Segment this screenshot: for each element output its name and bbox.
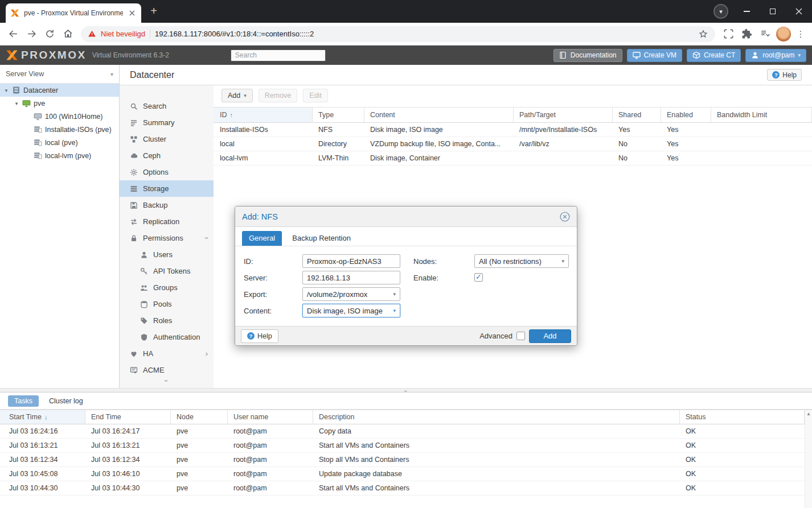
- export-value: /volume2/proxmox: [307, 290, 391, 299]
- sidebar-item-roles[interactable]: Roles: [120, 312, 214, 329]
- forward-icon[interactable]: [23, 26, 40, 43]
- cell-end-time: Jul 03 16:24:17: [85, 424, 171, 438]
- browser-menu-icon[interactable]: ⋮: [794, 29, 807, 39]
- help-button[interactable]: ? Help: [767, 69, 802, 81]
- export-select[interactable]: /volume2/proxmox ▾: [302, 287, 400, 301]
- tab-close-icon[interactable]: [128, 9, 137, 18]
- sidebar-item-ha[interactable]: HA›: [120, 345, 214, 362]
- sidebar-item-ceph[interactable]: Ceph: [120, 147, 214, 164]
- new-tab-button[interactable]: +: [148, 6, 159, 17]
- tasks-table: Start Time↓End TimeNodeUser nameDescript…: [0, 410, 812, 495]
- dialog-close-icon[interactable]: [560, 212, 570, 222]
- reading-list-icon[interactable]: [756, 26, 773, 43]
- tree-item-local-lvm-pve[interactable]: local-lvm (pve): [0, 149, 119, 162]
- global-search-input[interactable]: [231, 49, 326, 61]
- column-header-description[interactable]: Description: [313, 410, 680, 424]
- scroll-up-icon[interactable]: ▲: [805, 410, 812, 418]
- nodes-select[interactable]: All (No restrictions) ▾: [474, 254, 569, 268]
- cell-node: pve: [171, 439, 228, 452]
- table-row[interactable]: Installatie-ISOsNFSDisk image, ISO image…: [214, 123, 812, 137]
- minimize-button[interactable]: [733, 0, 760, 23]
- column-header-end-time[interactable]: End Time: [85, 410, 171, 424]
- user-menu-button[interactable]: root@pam ▾: [745, 49, 806, 62]
- tree-item-local-pve[interactable]: local (pve): [0, 136, 119, 149]
- nav-scroll-more-icon[interactable]: ›: [120, 375, 214, 386]
- not-secure-warning-icon[interactable]: [88, 30, 96, 38]
- sidebar-item-users[interactable]: Users: [120, 246, 214, 263]
- back-icon[interactable]: [5, 26, 22, 43]
- tab-cluster-log[interactable]: Cluster log: [49, 397, 83, 405]
- tree-item-installatie-isos-pve[interactable]: Installatie-ISOs (pve): [0, 123, 119, 136]
- view-selector[interactable]: Server View ▾: [0, 65, 119, 84]
- reload-icon[interactable]: [41, 26, 58, 43]
- dialog-header[interactable]: Add: NFS: [235, 206, 577, 227]
- panel-splitter[interactable]: ›: [0, 388, 812, 393]
- sidebar-item-pools[interactable]: Pools: [120, 296, 214, 312]
- id-input[interactable]: [302, 254, 400, 268]
- extensions-puzzle-icon[interactable]: [738, 26, 755, 43]
- column-header-id[interactable]: ID↑: [214, 108, 313, 122]
- column-header-bandwidth-limit[interactable]: Bandwidth Limit: [711, 108, 812, 122]
- column-header-path-target[interactable]: Path/Target: [514, 108, 613, 122]
- dialog-help-button[interactable]: ? Help: [241, 329, 278, 343]
- table-row[interactable]: localDirectoryVZDump backup file, ISO im…: [214, 137, 812, 151]
- home-icon[interactable]: [59, 26, 76, 43]
- tab-tasks[interactable]: Tasks: [8, 395, 39, 407]
- table-row[interactable]: local-lvmLVM-ThinDisk image, ContainerNo…: [214, 151, 812, 166]
- cell-enabled: Yes: [661, 151, 711, 165]
- sidebar-item-replication[interactable]: Replication: [120, 213, 214, 230]
- documentation-button[interactable]: Documentation: [553, 49, 622, 62]
- close-button[interactable]: [786, 0, 812, 23]
- content-select[interactable]: Disk image, ISO image ▾: [302, 304, 400, 317]
- remove-button[interactable]: Remove: [259, 89, 298, 102]
- sidebar-item-authentication[interactable]: Authentication: [120, 329, 214, 345]
- sidebar-item-label: Roles: [153, 316, 172, 325]
- extension-badge-icon[interactable]: ▾: [713, 4, 728, 19]
- column-header-node[interactable]: Node: [171, 410, 228, 424]
- tree-item-pve[interactable]: ▾pve: [0, 97, 119, 110]
- column-header-status[interactable]: Status: [680, 410, 805, 424]
- sidebar-item-api-tokens[interactable]: API Tokens: [120, 263, 214, 279]
- advanced-checkbox[interactable]: [516, 332, 525, 340]
- capture-frame-icon[interactable]: [720, 26, 737, 43]
- table-row[interactable]: Jul 03 16:24:16Jul 03 16:24:17pveroot@pa…: [0, 424, 812, 439]
- browser-profile-avatar[interactable]: [776, 27, 791, 42]
- security-label[interactable]: Niet beveiligd: [101, 30, 145, 38]
- create-ct-button[interactable]: Create CT: [687, 49, 741, 62]
- add-button[interactable]: Add ▾: [222, 89, 253, 102]
- browser-tab[interactable]: pve - Proxmox Virtual Environme: [6, 3, 141, 23]
- sidebar-item-search[interactable]: Search: [120, 98, 214, 114]
- bookmark-star-icon[interactable]: [698, 29, 708, 39]
- sidebar-item-permissions[interactable]: Permissions›: [120, 230, 214, 246]
- enable-checkbox[interactable]: [474, 273, 483, 282]
- tab-backup-retention[interactable]: Backup Retention: [285, 231, 358, 246]
- sidebar-item-options[interactable]: Options: [120, 164, 214, 180]
- cell-content: Disk image, Container: [364, 151, 514, 165]
- column-header-user-name[interactable]: User name: [228, 410, 313, 424]
- maximize-button[interactable]: [760, 0, 786, 23]
- column-header-enabled[interactable]: Enabled: [661, 108, 711, 122]
- column-header-type[interactable]: Type: [313, 108, 364, 122]
- table-row[interactable]: Jul 03 16:13:21Jul 03 16:13:21pveroot@pa…: [0, 439, 812, 453]
- tasks-scrollbar[interactable]: ▲: [805, 410, 812, 508]
- tree-item-100-win10home[interactable]: 100 (Win10Home): [0, 110, 119, 123]
- edit-button[interactable]: Edit: [303, 89, 328, 102]
- create-vm-button[interactable]: Create VM: [627, 49, 682, 62]
- table-row[interactable]: Jul 03 10:44:30Jul 03 10:44:30pveroot@pa…: [0, 481, 812, 495]
- tab-general[interactable]: General: [242, 231, 282, 246]
- tree-item-datacenter[interactable]: ▾Datacenter: [0, 84, 119, 97]
- sidebar-item-summary[interactable]: Summary: [120, 114, 214, 131]
- sidebar-item-cluster[interactable]: Cluster: [120, 131, 214, 147]
- url-text[interactable]: 192.168.1.117:8006/#v1:0:18:4::=contentI…: [155, 30, 694, 38]
- column-header-shared[interactable]: Shared: [613, 108, 661, 122]
- table-row[interactable]: Jul 03 16:12:34Jul 03 16:12:34pveroot@pa…: [0, 453, 812, 467]
- sidebar-item-groups[interactable]: Groups: [120, 279, 214, 296]
- address-bar[interactable]: Niet beveiligd 192.168.1.117:8006/#v1:0:…: [81, 26, 715, 42]
- server-input[interactable]: [302, 271, 400, 284]
- column-header-content[interactable]: Content: [364, 108, 514, 122]
- dialog-add-button[interactable]: Add: [529, 329, 571, 343]
- column-header-start-time[interactable]: Start Time↓: [0, 410, 85, 424]
- table-row[interactable]: Jul 03 10:45:08Jul 03 10:46:10pveroot@pa…: [0, 467, 812, 481]
- sidebar-item-storage[interactable]: Storage: [120, 180, 214, 197]
- sidebar-item-backup[interactable]: Backup: [120, 197, 214, 213]
